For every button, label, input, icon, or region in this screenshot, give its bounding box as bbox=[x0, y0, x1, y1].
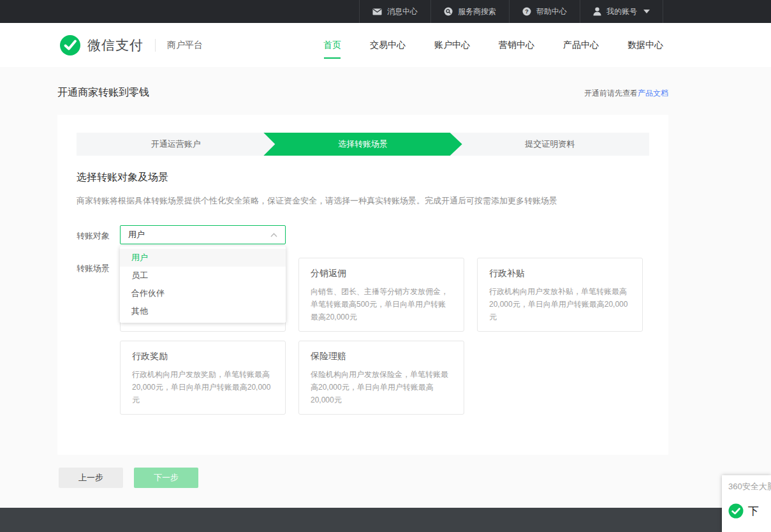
transfer-target-value: 用户 bbox=[128, 229, 145, 240]
user-icon bbox=[593, 7, 601, 16]
scene-card-admin-reward[interactable]: 行政奖励 行政机构向用户发放奖励，单笔转账最高20,000元，单日向单用户转账最… bbox=[120, 341, 286, 415]
transfer-target-select-wrap: 用户 用户 员工 合作伙伴 其他 bbox=[120, 225, 286, 244]
security-popup-title: 360安全大脑 bbox=[728, 481, 771, 492]
scene-desc: 行政机构向用户发放补贴，单笔转账最高20,000元，单日向单用户转账最高20,0… bbox=[489, 285, 631, 323]
next-step-button[interactable]: 下一步 bbox=[134, 468, 198, 488]
wechat-pay-logo-icon bbox=[59, 34, 81, 56]
main-header: 微信支付 商户平台 首页 交易中心 账户中心 营销中心 产品中心 数据中心 bbox=[0, 23, 771, 67]
step-submit-proof: 提交证明资料 bbox=[451, 133, 649, 156]
svg-text:?: ? bbox=[525, 8, 529, 15]
main-content: 开通商家转账到零钱 开通前请先查看 产品文档 开通运营账户 选择转账场景 提交证… bbox=[0, 67, 771, 488]
help-center-label: 帮助中心 bbox=[536, 6, 567, 17]
nav-item-marketing-center[interactable]: 营销中心 bbox=[499, 40, 534, 51]
chevron-up-icon bbox=[270, 233, 277, 237]
footer-bar bbox=[0, 508, 771, 532]
check-circle-icon bbox=[728, 503, 744, 519]
platform-subtitle: 商户平台 bbox=[167, 40, 203, 51]
scene-title: 行政补贴 bbox=[489, 268, 631, 279]
transfer-scene-label: 转账场景 bbox=[77, 258, 120, 415]
steps-bar: 开通运营账户 选择转账场景 提交证明资料 bbox=[77, 133, 649, 156]
dropdown-option-user[interactable]: 用户 bbox=[120, 249, 286, 267]
help-icon: ? bbox=[522, 7, 531, 16]
my-account-label: 我的账号 bbox=[606, 6, 637, 17]
page-title-row: 开通商家转账到零钱 开通前请先查看 产品文档 bbox=[57, 86, 668, 100]
security-popup[interactable]: 360安全大脑 下 bbox=[722, 475, 771, 532]
mail-icon bbox=[372, 8, 382, 15]
brand-name: 微信支付 bbox=[87, 36, 143, 54]
chevron-down-icon bbox=[643, 10, 650, 13]
scene-desc: 向销售、团长、主播等分销方发放佣金，单笔转账最高500元，单日向单用户转账最高2… bbox=[311, 285, 452, 323]
scene-card-distribution-commission[interactable]: 分销返佣 向销售、团长、主播等分销方发放佣金，单笔转账最高500元，单日向单用户… bbox=[298, 258, 464, 332]
help-center-item[interactable]: ? 帮助中心 bbox=[509, 0, 580, 23]
transfer-target-select[interactable]: 用户 bbox=[120, 225, 286, 244]
transfer-target-label: 转账对象 bbox=[77, 225, 120, 244]
scene-title: 保险理赔 bbox=[311, 351, 452, 362]
setup-card: 开通运营账户 选择转账场景 提交证明资料 选择转账对象及场景 商家转账将根据具体… bbox=[57, 115, 668, 455]
scene-desc: 行政机构向用户发放奖励，单笔转账最高20,000元，单日向单用户转账最高20,0… bbox=[132, 368, 274, 406]
scene-card-admin-subsidy[interactable]: 行政补贴 行政机构向用户发放补贴，单笔转账最高20,000元，单日向单用户转账最… bbox=[477, 258, 643, 332]
dropdown-option-partner[interactable]: 合作伙伴 bbox=[120, 284, 286, 302]
top-utility-bar: 消息中心 服务商搜索 ? 帮助中心 我的账号 bbox=[0, 0, 771, 23]
doc-hint-text: 开通前请先查看 bbox=[584, 88, 638, 99]
message-center-label: 消息中心 bbox=[387, 6, 418, 17]
product-doc-link[interactable]: 产品文档 bbox=[638, 88, 668, 99]
provider-search-item[interactable]: 服务商搜索 bbox=[430, 0, 509, 23]
previous-step-button[interactable]: 上一步 bbox=[59, 468, 123, 488]
my-account-item[interactable]: 我的账号 bbox=[580, 0, 663, 23]
dropdown-option-other[interactable]: 其他 bbox=[120, 302, 286, 320]
scene-form: 转账对象 用户 用户 员工 合作伙伴 其他 bbox=[77, 225, 649, 415]
nav-item-trade-center[interactable]: 交易中心 bbox=[370, 40, 406, 51]
nav-item-product-center[interactable]: 产品中心 bbox=[563, 40, 599, 51]
dropdown-option-employee[interactable]: 员工 bbox=[120, 267, 286, 284]
step-open-account: 开通运营账户 bbox=[77, 133, 275, 156]
security-popup-row: 下 bbox=[728, 503, 771, 519]
brand-logo-group[interactable]: 微信支付 bbox=[59, 34, 143, 56]
security-popup-action-text: 下 bbox=[748, 504, 759, 519]
transfer-target-dropdown: 用户 员工 合作伙伴 其他 bbox=[120, 246, 286, 323]
scene-card-insurance-claim[interactable]: 保险理赔 保险机构向用户发放保险金，单笔转账最高20,000元，单日向单用户转账… bbox=[298, 341, 464, 415]
message-center-item[interactable]: 消息中心 bbox=[359, 0, 430, 23]
scene-desc: 保险机构向用户发放保险金，单笔转账最高20,000元，单日向单用户转账最高20,… bbox=[311, 368, 452, 406]
nav-item-account-center[interactable]: 账户中心 bbox=[434, 40, 470, 51]
step-select-scene: 选择转账场景 bbox=[263, 133, 462, 156]
header-divider bbox=[155, 39, 156, 52]
nav-item-home[interactable]: 首页 bbox=[323, 40, 341, 51]
search-icon bbox=[444, 7, 453, 16]
wizard-buttons: 上一步 下一步 bbox=[59, 468, 771, 488]
main-nav: 首页 交易中心 账户中心 营销中心 产品中心 数据中心 bbox=[323, 40, 771, 51]
nav-item-data-center[interactable]: 数据中心 bbox=[628, 40, 663, 51]
section-heading: 选择转账对象及场景 bbox=[77, 171, 649, 184]
page-title: 开通商家转账到零钱 bbox=[57, 86, 149, 100]
scene-title: 行政奖励 bbox=[132, 351, 274, 362]
section-description: 商家转账将根据具体转账场景提供个性化安全策略，保证资金安全，请选择一种真实转账场… bbox=[77, 195, 649, 207]
transfer-target-row: 转账对象 用户 用户 员工 合作伙伴 其他 bbox=[77, 225, 649, 244]
scene-title: 分销返佣 bbox=[311, 268, 452, 279]
provider-search-label: 服务商搜索 bbox=[458, 6, 496, 17]
